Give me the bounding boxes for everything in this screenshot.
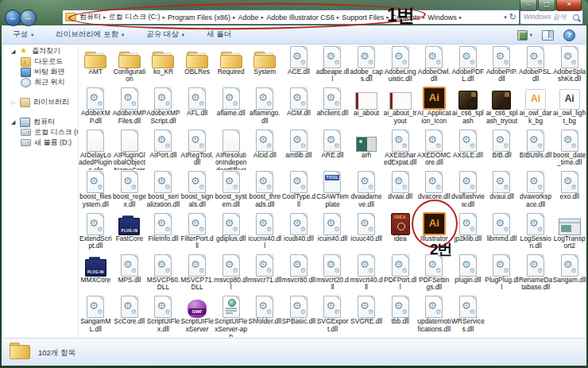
file-item[interactable]: ⚙⚙ msvcrt20.dll	[315, 254, 350, 295]
file-item[interactable]: ⚙⚙ AFL.dll	[180, 87, 215, 128]
file-item[interactable]: ⚙⚙ boost_date_time.dll	[552, 129, 586, 170]
file-item[interactable]: AIDelayLoadedPlugins.cfg	[79, 129, 113, 170]
sidebar-item-recent-places[interactable]: 최근 위치	[2, 77, 78, 87]
file-item[interactable]: ⚙⚙ AXSLE.dll	[451, 129, 485, 170]
file-item[interactable]: ⚙⚙ dvaai.dll	[383, 170, 417, 211]
file-item[interactable]: ai_about	[350, 87, 384, 128]
file-item[interactable]: ⚙⚙ ScriptUIFlex.dll	[146, 295, 180, 336]
file-item[interactable]: PLUG-IN MMXCore	[79, 254, 113, 295]
file-item[interactable]: ⚙⚙ PDFPort.dll	[383, 254, 417, 295]
file-item[interactable]: ⚙⚙ Sangam.dll	[552, 254, 586, 295]
file-item[interactable]: ⚙⚙ msvcrt40.dll	[350, 254, 384, 295]
file-item[interactable]: ⚙⚙ amtlib.dll	[282, 129, 316, 170]
file-item[interactable]: ⚙⚙ ExtendScript.dll	[79, 212, 113, 254]
file-item[interactable]: SWF ScriptUIFlexServer	[180, 295, 215, 336]
toolbar-button[interactable]: 구성 ▾	[13, 29, 33, 40]
file-item[interactable]: Ai AI_Application_Icon	[417, 87, 451, 128]
file-item[interactable]: Ai ai_owl_light_bg	[552, 87, 586, 128]
breadcrumb-item[interactable]: 컴퓨터	[79, 12, 101, 22]
sidebar-item-new-volume-d[interactable]: 새 볼륨 (D:)	[2, 138, 78, 148]
file-item[interactable]: ⚙⚙ BIBUtils.dll	[519, 129, 553, 170]
file-item[interactable]: ⚙⚙ LogSession.dll	[519, 212, 553, 254]
file-item[interactable]: ⚙⚙ PDFSettings.dll	[417, 254, 451, 295]
file-item[interactable]: ⚙⚙ MSVCP71.DLL	[180, 254, 215, 295]
file-item[interactable]: ⚙⚙ AXEDOMCore.dll	[417, 129, 451, 170]
file-item[interactable]: AMT	[79, 45, 113, 87]
breadcrumb-item[interactable]: Adobe Illustrator CS6	[266, 14, 335, 21]
breadcrumb-item[interactable]: Support Files	[342, 14, 384, 21]
expander-icon[interactable]: ▷	[11, 99, 17, 106]
file-item[interactable]: ⚙⚙ boost_signals.dll	[180, 170, 215, 211]
file-item[interactable]: ⚙⚙ SVGExport.dll	[315, 295, 350, 336]
file-item[interactable]: System	[248, 45, 282, 87]
file-item[interactable]: ⚙⚙ RenameDatabase.dll	[519, 254, 553, 295]
file-item[interactable]: ⚙⚙ icudt40.dll	[282, 212, 316, 254]
file-item[interactable]: ⚙⚙ ahclient.dll	[315, 87, 350, 128]
file-item[interactable]: OBLRes	[180, 45, 215, 87]
address-dropdown-icon[interactable]: ▾	[504, 14, 507, 21]
file-item[interactable]: ⚙⚙ SangamML.dll	[79, 295, 113, 336]
file-item[interactable]: ⚙⚙ updaternotifications.dll	[417, 295, 451, 336]
file-item[interactable]: ⚙⚙ AXE8SharedExpat.dll	[383, 129, 417, 170]
sidebar-item-computer[interactable]: ◢ 컴퓨터	[2, 117, 78, 127]
file-item[interactable]: PLUG-IN FastCore	[113, 212, 147, 254]
file-item[interactable]: ⚙⚙ libmmd.dll	[485, 212, 519, 254]
file-item[interactable]: ⚙⚙ AdobeXMPFiles.dll	[113, 87, 147, 128]
file-item[interactable]: ⚙⚙ AdobeXMPScript.dll	[146, 87, 180, 128]
back-button[interactable]: ←	[5, 10, 21, 26]
file-item[interactable]: ⚙⚙ AIRegTool.dll	[180, 129, 215, 170]
file-item[interactable]: ⚙⚙ AdobePSL.dll	[519, 45, 553, 87]
expander-icon[interactable]: ◢	[11, 119, 17, 126]
file-item[interactable]: ⚙⚙ gdiplus.dll	[214, 212, 248, 254]
breadcrumb-item[interactable]: Program Files (x86)	[168, 14, 230, 21]
file-item[interactable]: ⚙⚙ tbb.dll	[383, 295, 417, 336]
file-item[interactable]: ⚙⚙ aflamingo.dll	[248, 87, 282, 128]
file-item[interactable]: ⚙⚙ dvaadameve.dll	[350, 170, 384, 211]
file-item[interactable]: ⚙⚙ exo.dll	[552, 170, 586, 211]
file-item[interactable]: ⚙⚙ boost_serialization.dll	[146, 170, 180, 211]
forward-button[interactable]: →	[20, 10, 37, 26]
sidebar-item-libraries[interactable]: ▷ 라이브러리	[2, 97, 78, 107]
file-item[interactable]: ⚙⚙ Shfolder.dll	[248, 295, 282, 336]
file-item[interactable]: ⚙⚙ boost_regex.dll	[113, 170, 147, 211]
file-item[interactable]: Configuration	[113, 45, 147, 87]
file-item[interactable]: IDEA idea	[383, 212, 417, 254]
file-item[interactable]: ⚙⚙ ACE.dll	[282, 45, 316, 87]
file-item[interactable]: ⚙⚙ FilterPort.dll	[180, 212, 215, 254]
file-item[interactable]: ⚙⚙ plugin.dll	[451, 254, 485, 295]
file-item[interactable]: ⚙⚙ dvacore.dll	[417, 170, 451, 211]
file-item[interactable]: ⚙⚙ jp2klib.dll	[451, 212, 485, 254]
file-item[interactable]: ⚙⚙ msvcr71.dll	[248, 254, 282, 295]
file-item[interactable]: ⚙⚙ dvaui.dll	[485, 170, 519, 211]
refresh-icon[interactable]: ↻	[509, 10, 516, 24]
file-item[interactable]: Ai ai_owl_dark_bg	[519, 87, 553, 128]
file-item[interactable]: ⚙⚙ FileInfo.dll	[146, 212, 180, 254]
file-item[interactable]: ⚙⚙ msvcp80.dll	[214, 254, 248, 295]
file-item[interactable]: ⚙⚙ msvcr80.dll	[282, 254, 316, 295]
file-item[interactable]: ⚙⚙ icuin40.dll	[315, 212, 350, 254]
breadcrumb-item[interactable]: Adobe	[238, 14, 259, 21]
file-item[interactable]: ⚙⚙ AIPort.dll	[146, 129, 180, 170]
sidebar-item-desktop[interactable]: 바탕 화면	[2, 67, 78, 77]
file-item[interactable]: ⚙⚙ AGM.dll	[282, 87, 316, 128]
address-bar[interactable]: 컴퓨터 ▸ 로컬 디스크 (C:) ▸ Program Files (x86) …	[62, 10, 520, 25]
file-item[interactable]: ai_cs6_splash	[451, 87, 485, 128]
sidebar-item-downloads[interactable]: 다운로드	[2, 56, 78, 67]
minimize-button[interactable]: –	[520, 0, 537, 11]
file-item[interactable]: ScriptUIFlexServer-app	[214, 295, 248, 336]
file-item[interactable]: ⚙⚙ dvaworkspace.dll	[519, 170, 553, 211]
file-item[interactable]: ⚙⚙ AdobeSplashKit.dll	[552, 45, 586, 87]
file-item[interactable]: ⚙⚙ SPBasic.dll	[282, 295, 316, 336]
file-item[interactable]: ⚙⚙ icucnv40.dll	[248, 212, 282, 254]
file-item[interactable]: ⚙⚙ boost_system.dll	[214, 170, 248, 211]
file-item[interactable]: arh	[350, 129, 384, 170]
file-item[interactable]: ⚙⚙ MSVCP60.DLL	[146, 254, 180, 295]
file-item[interactable]: ⚙⚙ ARE.dll	[315, 129, 350, 170]
file-item[interactable]: LogTransport2	[552, 212, 586, 254]
breadcrumb-item[interactable]: 로컬 디스크 (C:)	[109, 12, 161, 22]
file-item[interactable]: ai_cs6_splash_tryout	[485, 87, 519, 128]
file-item[interactable]: ⚙⚙ MPS.dll	[113, 254, 147, 295]
sidebar-item-local-disk-c[interactable]: 로컬 디스크 (C:)	[2, 127, 78, 138]
file-item[interactable]: ⚙⚙ AdobeOwl.dll	[417, 45, 451, 87]
file-item[interactable]: ⚙⚙ BIB.dll	[485, 129, 519, 170]
